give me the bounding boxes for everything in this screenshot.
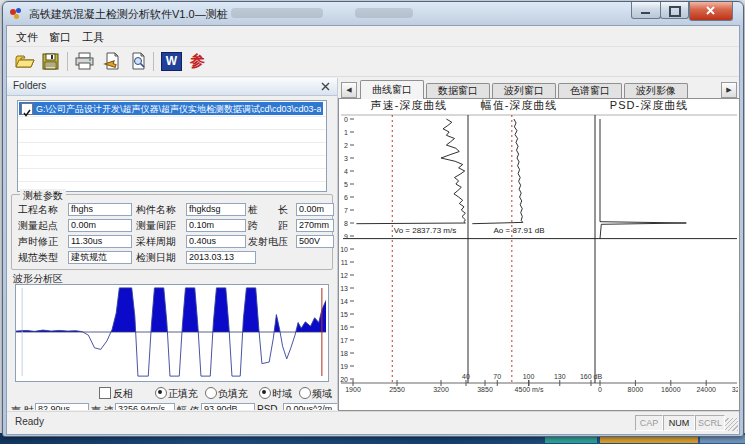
invert-checkbox[interactable]: [99, 387, 111, 399]
tab-scroll-left-button[interactable]: ◀: [341, 82, 357, 98]
menu-window[interactable]: 窗口: [45, 29, 75, 46]
maximize-icon: [669, 6, 681, 17]
save-floppy-icon: [39, 50, 62, 73]
fill-negative-radio[interactable]: [205, 387, 217, 399]
svg-text:3850: 3850: [477, 386, 493, 393]
fill-positive-label: 正填充: [168, 387, 198, 401]
tab-wavelist-window[interactable]: 波列窗口: [492, 83, 556, 98]
fill-negative-label: 负填充: [218, 387, 248, 401]
tab-scroll-right-button[interactable]: ▶: [721, 82, 737, 98]
list-item-selected[interactable]: G:\公司产品设计开发\超声仪器\超声仪实地检测数据调试cd\cd03\cd03…: [19, 102, 323, 115]
file-path: G:\公司产品设计开发\超声仪器\超声仪实地检测数据调试cd\cd03\cd03…: [36, 103, 321, 116]
panel-close-icon[interactable]: [320, 81, 331, 92]
parameters-icon: 参: [186, 50, 209, 72]
psd-field[interactable]: 0.00us^2/m: [283, 403, 338, 410]
field-label: 工程名称: [18, 203, 58, 217]
depth-charts-canvas[interactable]: 01234567891011121314151617181920声速-深度曲线1…: [338, 98, 740, 411]
svg-text:18: 18: [340, 350, 348, 357]
field-label: 测量间距: [136, 219, 176, 233]
print-preview-button[interactable]: [127, 50, 150, 73]
svg-text:PSD-深度曲线: PSD-深度曲线: [610, 99, 688, 111]
window-titlebar[interactable]: 高铁建筑混凝土检测分析软件V1.0—测桩: [3, 2, 743, 25]
sound-speed-field[interactable]: 3256.94m/s: [115, 403, 175, 410]
svg-text:2: 2: [344, 142, 348, 149]
folders-panel-header[interactable]: Folders: [7, 78, 337, 96]
svg-text:Vo = 2837.73 m/s: Vo = 2837.73 m/s: [394, 226, 457, 235]
svg-text:0: 0: [598, 386, 602, 393]
measure-start-field[interactable]: 0.00m: [68, 219, 132, 232]
sound-time-field[interactable]: 82.90us: [35, 403, 89, 410]
svg-text:8: 8: [344, 220, 348, 227]
tab-waveimage-window[interactable]: 波列影像: [624, 83, 688, 98]
svg-text:幅值-深度曲线: 幅值-深度曲线: [481, 99, 558, 111]
time-correction-field[interactable]: 11.30us: [68, 235, 132, 248]
sample-period-field[interactable]: 0.40us: [186, 235, 246, 248]
resize-grip[interactable]: [725, 418, 738, 431]
field-label: 采样周期: [136, 235, 176, 249]
status-bar: Ready CAP NUM SCRL: [7, 411, 739, 433]
svg-text:17: 17: [340, 337, 348, 344]
toolbar: W 参: [7, 47, 739, 77]
svg-text:1: 1: [344, 129, 348, 136]
minimize-button[interactable]: [631, 2, 661, 19]
wave-controls: 反相 正填充 负填充 时域 频域: [7, 386, 337, 400]
freq-domain-label: 频域: [312, 387, 332, 401]
standard-type-field[interactable]: 建筑规范: [68, 251, 132, 264]
app-icon: [10, 7, 24, 20]
client-area: 文件 窗口 工具: [6, 25, 740, 435]
pile-params-group: 测桩参数 工程名称 fhghs 构件名称 fhgkdsg 桩 长 0.00m 测…: [11, 194, 333, 270]
svg-text:4: 4: [344, 168, 348, 175]
test-date-field[interactable]: 2013.03.13: [186, 251, 256, 264]
project-name-field[interactable]: fhghs: [68, 203, 132, 216]
app-window: 高铁建筑混凝土检测分析软件V1.0—测桩 文件 窗口 工具: [2, 1, 744, 437]
time-domain-radio[interactable]: [259, 387, 271, 399]
svg-text:2550: 2550: [389, 386, 405, 393]
close-icon: [690, 2, 732, 20]
freq-domain-radio[interactable]: [299, 387, 311, 399]
svg-text:8000: 8000: [628, 386, 644, 393]
field-label: 声时修正: [18, 235, 58, 249]
save-button[interactable]: [39, 50, 62, 73]
component-name-field[interactable]: fhgkdsg: [186, 203, 246, 216]
file-checkbox[interactable]: [21, 103, 33, 115]
waveform-canvas[interactable]: [15, 284, 329, 382]
svg-text:0: 0: [344, 116, 348, 123]
pile-length-field[interactable]: 0.00m: [296, 203, 334, 216]
field-label: 发射电压: [248, 235, 288, 249]
menu-tools[interactable]: 工具: [78, 29, 108, 46]
maximize-button[interactable]: [660, 2, 689, 19]
measure-spacing-field[interactable]: 0.10m: [186, 219, 246, 232]
svg-text:3200: 3200: [433, 386, 449, 393]
export-button[interactable]: [101, 50, 124, 73]
status-text: Ready: [15, 416, 44, 427]
num-indicator: NUM: [663, 415, 695, 431]
open-file-button[interactable]: [13, 50, 36, 73]
preview-magnifier-icon: [127, 50, 150, 73]
depth-charts-plot: 01234567891011121314151617181920声速-深度曲线1…: [339, 99, 738, 408]
tab-curve-window[interactable]: 曲线窗口: [360, 80, 424, 99]
waveform-plot: [16, 285, 326, 379]
sound-speed-label: 声 速: [91, 404, 114, 410]
print-button[interactable]: [73, 50, 96, 73]
tab-data-window[interactable]: 数据窗口: [426, 83, 490, 98]
svg-text:32000: 32000: [732, 386, 738, 393]
voltage-field[interactable]: 500V: [296, 235, 334, 248]
svg-text:7: 7: [344, 207, 348, 214]
svg-text:100: 100: [523, 373, 535, 380]
close-button[interactable]: [689, 2, 733, 21]
amplitude-field[interactable]: 93.90dB: [201, 403, 255, 410]
psd-label: PSD: [257, 404, 278, 410]
word-report-button[interactable]: W: [159, 50, 182, 73]
menu-file[interactable]: 文件: [12, 29, 42, 46]
parameters-button[interactable]: 参: [186, 50, 209, 73]
fill-positive-radio[interactable]: [155, 387, 167, 399]
tab-spectrum-window[interactable]: 色谱窗口: [558, 83, 622, 98]
svg-text:11: 11: [341, 259, 348, 266]
svg-text:声速-深度曲线: 声速-深度曲线: [371, 99, 448, 111]
printer-icon: [73, 50, 96, 73]
file-listbox[interactable]: G:\公司产品设计开发\超声仪器\超声仪实地检测数据调试cd\cd03\cd03…: [17, 100, 327, 192]
svg-text:13: 13: [340, 285, 348, 292]
time-domain-label: 时域: [272, 387, 292, 401]
span-field[interactable]: 270mm: [296, 219, 334, 232]
toolbar-separator: [153, 52, 154, 71]
